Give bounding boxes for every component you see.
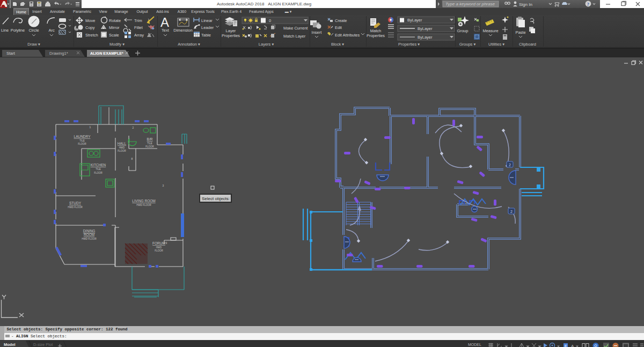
svg-text:ALIGN EXAMPLE*: ALIGN EXAMPLE* bbox=[90, 51, 123, 56]
svg-text:Dimension: Dimension bbox=[173, 28, 192, 33]
svg-text:Modify ▾: Modify ▾ bbox=[109, 42, 125, 47]
svg-text:Type a keyword or phrase: Type a keyword or phrase bbox=[445, 2, 495, 6]
svg-text:?: ? bbox=[587, 2, 590, 7]
svg-text:Paste: Paste bbox=[515, 30, 525, 35]
svg-text:Group: Group bbox=[457, 28, 469, 33]
svg-text:Scale: Scale bbox=[109, 33, 119, 38]
svg-text:Annotation ▾: Annotation ▾ bbox=[178, 42, 200, 47]
svg-text:FLOOR: FLOOR bbox=[118, 150, 126, 152]
svg-text:Mirror: Mirror bbox=[109, 25, 120, 30]
svg-text:Leader: Leader bbox=[201, 25, 214, 30]
svg-text:Text: Text bbox=[162, 28, 170, 33]
svg-text:Measure: Measure bbox=[482, 28, 498, 33]
svg-text:ByLayer: ByLayer bbox=[418, 26, 433, 31]
svg-text:0: 0 bbox=[269, 18, 271, 23]
svg-text:Fillet: Fillet bbox=[134, 25, 143, 30]
svg-text:1: 1 bbox=[90, 125, 91, 129]
svg-text:FORUM: FORUM bbox=[152, 241, 165, 245]
svg-text:A: A bbox=[160, 15, 169, 29]
svg-text:Polyline: Polyline bbox=[11, 28, 25, 33]
svg-text:Array: Array bbox=[134, 33, 144, 38]
svg-text:KITCHEN: KITCHEN bbox=[91, 163, 106, 167]
svg-text:Edit Attributes: Edit Attributes bbox=[335, 33, 360, 38]
svg-text:Layers ▾: Layers ▾ bbox=[259, 42, 274, 47]
svg-text:Make Current: Make Current bbox=[283, 26, 308, 31]
svg-text:Line: Line bbox=[1, 28, 9, 33]
svg-text:TILE: TILE bbox=[96, 168, 101, 171]
svg-text:Edit: Edit bbox=[335, 25, 342, 30]
svg-text:Select objects:: Select objects: bbox=[202, 196, 230, 201]
svg-text:8: 8 bbox=[131, 157, 133, 160]
svg-text:Stretch: Stretch bbox=[85, 33, 98, 38]
svg-text:Rotate: Rotate bbox=[109, 18, 121, 23]
svg-text:ByLayer: ByLayer bbox=[418, 35, 433, 40]
svg-text:Properties: Properties bbox=[367, 33, 385, 38]
svg-text:2: 2 bbox=[510, 210, 513, 213]
svg-text:Layer: Layer bbox=[226, 28, 236, 33]
svg-text:Clipboard: Clipboard bbox=[519, 42, 536, 47]
svg-text:Copy: Copy bbox=[85, 25, 95, 30]
svg-text:9: 9 bbox=[166, 241, 167, 245]
svg-text:Properties: Properties bbox=[222, 33, 240, 38]
svg-text:Arc: Arc bbox=[48, 28, 55, 33]
svg-text:Draw ▾: Draw ▾ bbox=[27, 42, 40, 47]
svg-text:Match: Match bbox=[370, 28, 381, 33]
svg-text:B/R: B/R bbox=[147, 137, 153, 141]
svg-text:Groups ▾: Groups ▾ bbox=[459, 42, 476, 47]
svg-text:F: F bbox=[565, 344, 567, 347]
svg-text:TILE: TILE bbox=[147, 142, 152, 145]
svg-text:A: A bbox=[571, 344, 574, 347]
svg-text:MODEL: MODEL bbox=[468, 343, 481, 346]
svg-text:LAUNDRY: LAUNDRY bbox=[74, 135, 91, 138]
svg-text:HWD FLOOR: HWD FLOOR bbox=[136, 204, 151, 206]
svg-text:FLOOR: FLOOR bbox=[94, 172, 103, 174]
svg-text:LIVING ROOM: LIVING ROOM bbox=[132, 199, 155, 203]
svg-text:HWD FLOOR: HWD FLOOR bbox=[68, 206, 83, 209]
svg-text:Block ▾: Block ▾ bbox=[331, 42, 344, 47]
svg-text:STUDY: STUDY bbox=[69, 201, 82, 205]
svg-text:Table: Table bbox=[201, 33, 211, 38]
svg-text:Drawing1*: Drawing1* bbox=[49, 51, 68, 56]
svg-text:2: 2 bbox=[133, 126, 134, 129]
svg-text:Utilities ▾: Utilities ▾ bbox=[488, 42, 504, 47]
svg-text:DINING: DINING bbox=[83, 229, 96, 233]
svg-text:HWD: HWD bbox=[119, 146, 125, 149]
svg-text:HALL: HALL bbox=[118, 142, 127, 145]
svg-text:Move: Move bbox=[85, 18, 95, 23]
svg-text:3: 3 bbox=[163, 184, 164, 187]
svg-text:Insert: Insert bbox=[312, 30, 323, 35]
svg-text:2: 2 bbox=[509, 163, 511, 167]
svg-text:TILE: TILE bbox=[79, 139, 85, 142]
svg-text:Create: Create bbox=[335, 18, 347, 23]
svg-text:Sign In: Sign In bbox=[519, 2, 532, 7]
svg-text:Circle: Circle bbox=[28, 28, 39, 33]
svg-text:FLOOR: FLOOR bbox=[78, 143, 86, 145]
svg-text:HWD: HWD bbox=[156, 246, 162, 249]
svg-text:Trim: Trim bbox=[134, 18, 142, 23]
svg-text:ROOM: ROOM bbox=[84, 233, 94, 237]
svg-text:Linear: Linear bbox=[201, 18, 213, 23]
svg-text:Start: Start bbox=[6, 51, 16, 56]
svg-text:HWD FLOOR: HWD FLOOR bbox=[82, 238, 97, 240]
svg-text:D-size Plot: D-size Plot bbox=[33, 342, 53, 347]
svg-text:Properties ▾: Properties ▾ bbox=[398, 42, 420, 47]
svg-text:Model: Model bbox=[4, 342, 16, 347]
svg-text:FLOOR: FLOOR bbox=[145, 145, 154, 148]
svg-text:ByLayer: ByLayer bbox=[407, 18, 422, 23]
svg-text:FLOOR: FLOOR bbox=[155, 249, 163, 252]
svg-text:Match Layer: Match Layer bbox=[283, 34, 306, 39]
